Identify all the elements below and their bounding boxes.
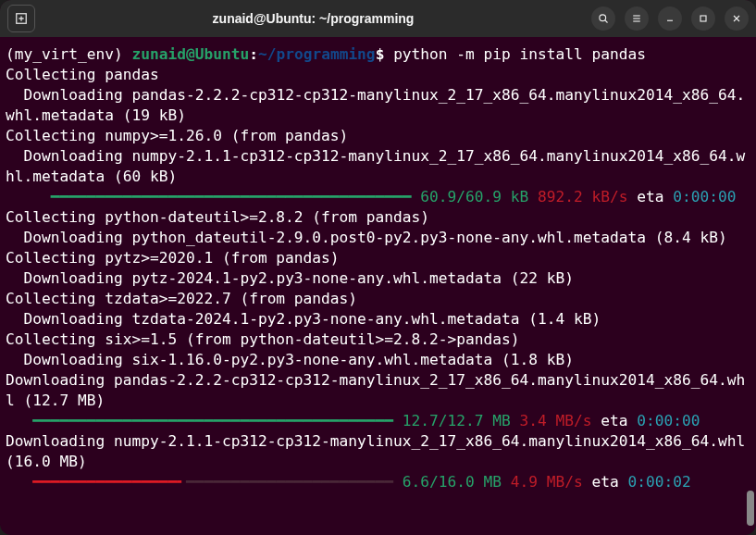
output-line: Downloading pytz-2024.1-py2.py3-none-any…: [6, 269, 574, 287]
search-icon: [598, 13, 609, 24]
output-line: Downloading pandas-2.2.2-cp312-cp312-man…: [6, 371, 745, 409]
close-button[interactable]: [725, 6, 749, 31]
new-tab-icon: [15, 12, 28, 25]
progress-size: 60.9/60.9 kB: [412, 188, 529, 205]
output-line: Collecting pytz>=2020.1 (from pandas): [6, 249, 340, 267]
search-button[interactable]: [591, 6, 615, 31]
output-line: Collecting pandas: [6, 66, 159, 83]
progress-size: 6.6/16.0 MB: [393, 473, 502, 491]
output-line: Downloading numpy-2.1.1-cp312-cp312-many…: [6, 147, 745, 185]
menu-button[interactable]: [625, 6, 649, 31]
prompt-dollar: $: [376, 45, 394, 63]
progress-pad: [6, 412, 32, 429]
output-line: Collecting tzdata>=2022.7 (from pandas): [6, 290, 357, 307]
prompt-path: ~/programming: [258, 45, 376, 63]
output-line: Collecting six>=1.5 (from python-dateuti…: [6, 330, 520, 348]
eta-label: eta: [592, 412, 638, 429]
eta-label: eta: [627, 188, 673, 205]
maximize-icon: [698, 13, 709, 24]
hamburger-icon: [631, 13, 642, 24]
close-icon: [731, 13, 742, 24]
output-line: Collecting python-dateutil>=2.8.2 (from …: [6, 208, 429, 226]
minimize-button[interactable]: [658, 6, 682, 31]
window-title: zunaid@Ubuntu: ~/programming: [43, 11, 584, 26]
new-tab-button[interactable]: [7, 5, 35, 32]
prompt-at: @: [186, 45, 195, 63]
eta-value: 0:00:00: [637, 412, 700, 429]
progress-bar: ━━━━━━━━━━━━━━━━━━━━━━━━━━━━━━━━━━━━━━━━: [51, 188, 412, 205]
command-text: python -m pip install pandas: [393, 45, 646, 63]
scrollbar-thumb[interactable]: [747, 491, 754, 526]
svg-line-4: [605, 20, 608, 23]
scrollbar[interactable]: [745, 37, 754, 533]
output-line: Downloading numpy-2.1.1-cp312-cp312-many…: [6, 432, 754, 470]
output-line: Downloading six-1.16.0-py2.py3-none-any.…: [6, 351, 574, 368]
progress-pad: [6, 473, 32, 491]
minimize-icon: [664, 13, 675, 24]
eta-value: 0:00:00: [673, 188, 736, 205]
eta-value: 0:00:02: [628, 473, 691, 491]
progress-bar-rest: ━━━━━━━━━━━━━━━━━━━━━━━: [186, 473, 393, 491]
venv-label: (my_virt_env): [6, 45, 131, 63]
svg-rect-9: [700, 16, 706, 21]
terminal-window: zunaid@Ubuntu: ~/programming (my_virt_en…: [0, 0, 756, 535]
output-line: Downloading pandas-2.2.2-cp312-cp312-man…: [6, 86, 745, 124]
terminal-output[interactable]: (my_virt_env) zunaid@Ubuntu:~/programmin…: [0, 37, 756, 535]
prompt-user: zunaid: [131, 45, 185, 63]
output-line: Downloading python_dateutil-2.9.0.post0-…: [6, 229, 727, 246]
prompt-colon: :: [249, 45, 258, 63]
progress-speed: 4.9 MB/s: [502, 473, 583, 491]
output-line: Collecting numpy>=1.26.0 (from pandas): [6, 127, 348, 144]
progress-size: 12.7/12.7 MB: [393, 412, 511, 429]
output-line: Downloading tzdata-2024.1-py2.py3-none-a…: [6, 310, 601, 328]
progress-speed: 892.2 kB/s: [528, 188, 627, 205]
eta-label: eta: [583, 473, 628, 491]
progress-pad: [6, 188, 51, 205]
svg-point-3: [600, 15, 606, 21]
progress-bar: ━━━━━━━━━━━━━━━━━━━━━━━━━━━━━━━━━━━━━━━━: [32, 412, 393, 429]
maximize-button[interactable]: [691, 6, 715, 31]
prompt-host: Ubuntu: [195, 45, 249, 63]
titlebar: zunaid@Ubuntu: ~/programming: [0, 0, 756, 37]
progress-bar-done: ━━━━━━━━━━━━━━━━: [32, 473, 177, 491]
progress-bar-head: ╸: [177, 473, 186, 491]
progress-speed: 3.4 MB/s: [511, 412, 592, 429]
